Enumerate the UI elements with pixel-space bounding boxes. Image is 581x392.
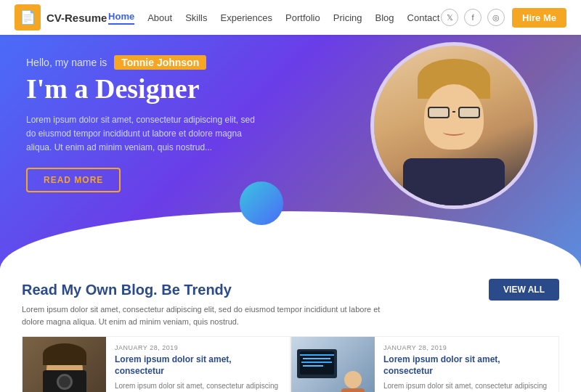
hero-blob-decoration [240, 181, 283, 225]
nav-portfolio[interactable]: Portfolio [285, 12, 320, 23]
social-icons: 𝕏 f ◎ [441, 9, 505, 26]
hero-title: I'm a Designer [26, 74, 264, 105]
nav-blog[interactable]: Blog [375, 12, 394, 23]
blog-card-text-2: Lorem ipsum dolor sit amet, consectetur … [383, 380, 550, 392]
blog-card-image-2 [291, 337, 375, 392]
blog-subtitle: Lorem ipsum dolor sit amet, consectetur … [22, 303, 385, 327]
brand: 📄 CV-Resume [15, 4, 107, 30]
name-badge: Tonnie Johnson [114, 55, 206, 70]
blog-card-title-2[interactable]: Lorem ipsum dolor sit amet, consectetur [383, 354, 550, 377]
blog-card-image-1 [23, 337, 106, 392]
blog-card-text-1: Lorem ipsum dolor sit amet, consectetur … [115, 380, 281, 392]
profile-photo-circle [370, 42, 537, 209]
navbar: 📄 CV-Resume Home About Skills Experience… [0, 0, 581, 35]
read-more-button[interactable]: READ MORE [26, 168, 121, 192]
nav-skills[interactable]: Skills [185, 12, 207, 23]
blog-card-title-1[interactable]: Lorem ipsum dolor sit amet, consectetur [115, 354, 281, 377]
twitter-icon[interactable]: 𝕏 [441, 9, 458, 26]
nav-right: 𝕏 f ◎ Hire Me [441, 8, 566, 28]
hire-button[interactable]: Hire Me [512, 8, 566, 28]
nav-about[interactable]: About [147, 12, 172, 23]
profile-photo [374, 46, 534, 205]
hero-description: Lorem ipsum dolor sit amet, consectetur … [26, 113, 264, 155]
blog-card-content-2: JANUARY 28, 2019 Lorem ipsum dolor sit a… [375, 337, 558, 392]
blog-card-date-1: JANUARY 28, 2019 [115, 344, 281, 351]
hero-photo-wrapper [370, 42, 537, 238]
facebook-icon[interactable]: f [464, 9, 482, 26]
blog-cards-container: JANUARY 28, 2019 Lorem ipsum dolor sit a… [22, 336, 559, 392]
brand-name: CV-Resume [46, 12, 107, 24]
nav-links: Home About Skills Experiences Portfolio … [108, 11, 439, 25]
nav-pricing[interactable]: Pricing [333, 12, 362, 23]
hello-prefix: Hello, my name is [26, 57, 107, 68]
blog-section: Read My Own Blog. Be Trendy VIEW ALL Lor… [0, 269, 581, 392]
nav-contact[interactable]: Contact [407, 12, 440, 23]
view-all-button[interactable]: VIEW ALL [489, 279, 559, 301]
blog-card-content-1: JANUARY 28, 2019 Lorem ipsum dolor sit a… [106, 337, 290, 392]
blog-card: JANUARY 28, 2019 Lorem ipsum dolor sit a… [290, 336, 559, 392]
nav-home[interactable]: Home [108, 11, 134, 25]
brand-icon-symbol: 📄 [20, 9, 36, 25]
blog-card: JANUARY 28, 2019 Lorem ipsum dolor sit a… [22, 336, 290, 392]
blog-section-title: Read My Own Blog. Be Trendy [22, 282, 232, 298]
hello-line: Hello, my name is Tonnie Johnson [26, 55, 264, 70]
hero-section: Hello, my name is Tonnie Johnson I'm a D… [0, 35, 581, 269]
blog-card-date-2: JANUARY 28, 2019 [383, 344, 550, 351]
nav-experiences[interactable]: Experiences [221, 12, 273, 23]
brand-icon: 📄 [15, 4, 41, 30]
blog-header: Read My Own Blog. Be Trendy VIEW ALL [22, 279, 559, 301]
instagram-icon[interactable]: ◎ [487, 9, 505, 26]
